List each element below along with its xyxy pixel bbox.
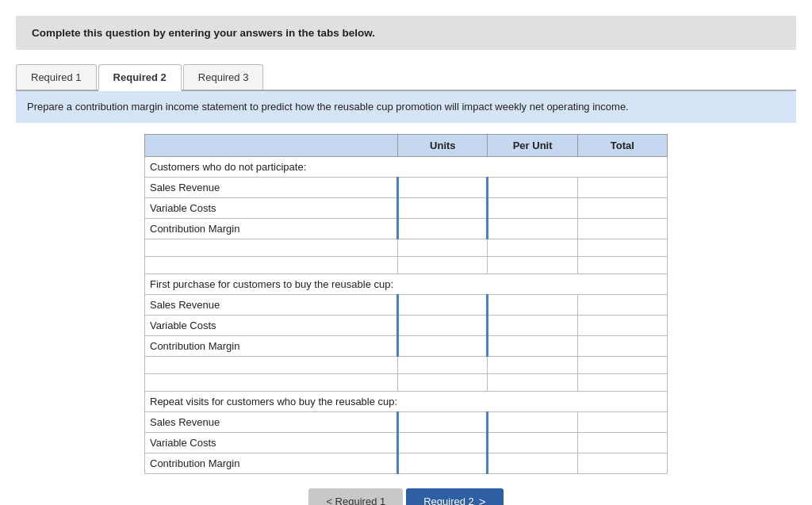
total-cm3-input[interactable] bbox=[578, 453, 667, 473]
total-input-cell[interactable] bbox=[577, 432, 667, 453]
total-input-cell[interactable] bbox=[577, 197, 667, 218]
units-sales1-input[interactable] bbox=[399, 178, 486, 197]
perunit-sales3-input[interactable] bbox=[488, 412, 576, 432]
tab-required2[interactable]: Required 2 bbox=[98, 64, 182, 91]
blank-row bbox=[145, 356, 668, 373]
units-input-cell[interactable] bbox=[398, 411, 488, 432]
total-vc3-input[interactable] bbox=[578, 433, 667, 453]
total-cm1-input[interactable] bbox=[578, 219, 667, 239]
units-vc1-input[interactable] bbox=[399, 198, 486, 218]
units-vc2-input[interactable] bbox=[399, 316, 486, 335]
description-box: Prepare a contribution margin income sta… bbox=[16, 91, 796, 123]
total-input-cell[interactable] bbox=[577, 315, 667, 335]
perunit-sales1-input[interactable] bbox=[488, 178, 576, 197]
col-header-units: Units bbox=[398, 134, 488, 156]
perunit-input-cell[interactable] bbox=[488, 315, 577, 335]
perunit-vc3-input[interactable] bbox=[488, 433, 576, 453]
row-label: Contribution Margin bbox=[145, 218, 398, 239]
next-arrow-icon: > bbox=[479, 495, 486, 506]
total-sales3-input[interactable] bbox=[578, 412, 667, 432]
table-row: Sales Revenue bbox=[145, 294, 668, 315]
table-row: Repeat visits for customers who buy the … bbox=[145, 391, 668, 411]
next-label: Required 2 bbox=[423, 495, 474, 506]
total-input-cell[interactable] bbox=[577, 453, 667, 473]
col-header-total: Total bbox=[577, 134, 667, 156]
tabs-row: Required 1 Required 2 Required 3 bbox=[16, 64, 796, 91]
table-row: Variable Costs bbox=[145, 197, 668, 218]
units-vc3-input[interactable] bbox=[399, 433, 486, 453]
units-input-cell[interactable] bbox=[398, 294, 488, 315]
table-row: Sales Revenue bbox=[145, 411, 668, 432]
units-input-cell[interactable] bbox=[398, 197, 488, 218]
units-cm1-input[interactable] bbox=[399, 219, 486, 239]
tab-required1[interactable]: Required 1 bbox=[16, 64, 97, 90]
row-label: Variable Costs bbox=[145, 432, 398, 453]
table-row: Contribution Margin bbox=[145, 335, 668, 356]
col-header-perunit: Per Unit bbox=[488, 134, 577, 156]
table-row: Contribution Margin bbox=[145, 453, 668, 473]
units-cm2-input[interactable] bbox=[399, 336, 486, 356]
perunit-cm1-input[interactable] bbox=[488, 219, 576, 239]
total-input-cell[interactable] bbox=[577, 218, 667, 239]
total-input-cell[interactable] bbox=[577, 411, 667, 432]
total-vc2-input[interactable] bbox=[578, 316, 667, 335]
units-input-cell[interactable] bbox=[398, 432, 488, 453]
units-sales2-input[interactable] bbox=[399, 295, 486, 315]
next-button[interactable]: Required 2 > bbox=[406, 488, 503, 506]
instruction-banner: Complete this question by entering your … bbox=[16, 16, 796, 50]
units-cm3-input[interactable] bbox=[399, 453, 486, 473]
row-label: Contribution Margin bbox=[145, 453, 398, 473]
blank-row bbox=[145, 373, 668, 391]
perunit-vc2-input[interactable] bbox=[488, 316, 576, 335]
row-label: Variable Costs bbox=[145, 315, 398, 335]
row-label: Variable Costs bbox=[145, 197, 398, 218]
perunit-input-cell[interactable] bbox=[488, 411, 577, 432]
perunit-cm3-input[interactable] bbox=[488, 453, 576, 473]
section-label-2: First purchase for customers to buy the … bbox=[145, 274, 668, 294]
total-sales1-input[interactable] bbox=[578, 178, 667, 197]
table-container: Units Per Unit Total Customers who do no… bbox=[16, 134, 796, 474]
total-vc1-input[interactable] bbox=[578, 198, 667, 218]
units-input-cell[interactable] bbox=[398, 218, 488, 239]
section-label-1: Customers who do not participate: bbox=[145, 156, 668, 177]
row-label: Contribution Margin bbox=[145, 335, 398, 356]
blank-row bbox=[145, 239, 668, 256]
total-input-cell[interactable] bbox=[577, 177, 667, 197]
tab-required3[interactable]: Required 3 bbox=[183, 64, 264, 90]
nav-footer: < Required 1 Required 2 > bbox=[16, 488, 796, 506]
blank-row bbox=[145, 256, 668, 274]
perunit-sales2-input[interactable] bbox=[488, 295, 576, 315]
units-input-cell[interactable] bbox=[398, 453, 488, 473]
units-input-cell[interactable] bbox=[398, 315, 488, 335]
table-row: Customers who do not participate: bbox=[145, 156, 668, 177]
total-cm2-input[interactable] bbox=[578, 336, 667, 356]
main-table: Units Per Unit Total Customers who do no… bbox=[144, 134, 668, 474]
perunit-input-cell[interactable] bbox=[488, 335, 577, 356]
table-row: Sales Revenue bbox=[145, 177, 668, 197]
prev-button[interactable]: < Required 1 bbox=[308, 488, 403, 506]
units-input-cell[interactable] bbox=[398, 335, 488, 356]
section-label-3: Repeat visits for customers who buy the … bbox=[145, 391, 668, 411]
perunit-input-cell[interactable] bbox=[488, 453, 577, 473]
row-label: Sales Revenue bbox=[145, 177, 398, 197]
perunit-cm2-input[interactable] bbox=[488, 336, 576, 356]
col-header-label bbox=[145, 134, 398, 156]
perunit-input-cell[interactable] bbox=[488, 294, 577, 315]
units-sales3-input[interactable] bbox=[399, 412, 486, 432]
perunit-vc1-input[interactable] bbox=[488, 198, 576, 218]
total-sales2-input[interactable] bbox=[578, 295, 667, 315]
perunit-input-cell[interactable] bbox=[488, 197, 577, 218]
table-row: First purchase for customers to buy the … bbox=[145, 274, 668, 294]
row-label: Sales Revenue bbox=[145, 411, 398, 432]
table-row: Variable Costs bbox=[145, 432, 668, 453]
units-input-cell[interactable] bbox=[398, 177, 488, 197]
perunit-input-cell[interactable] bbox=[488, 432, 577, 453]
perunit-input-cell[interactable] bbox=[488, 177, 577, 197]
perunit-input-cell[interactable] bbox=[488, 218, 577, 239]
table-row: Contribution Margin bbox=[145, 218, 668, 239]
table-row: Variable Costs bbox=[145, 315, 668, 335]
row-label: Sales Revenue bbox=[145, 294, 398, 315]
total-input-cell[interactable] bbox=[577, 335, 667, 356]
total-input-cell[interactable] bbox=[577, 294, 667, 315]
